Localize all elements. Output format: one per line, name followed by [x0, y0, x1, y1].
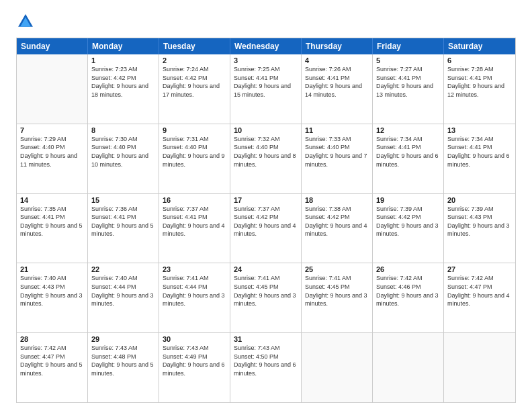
cal-cell: 8Sunrise: 7:30 AMSunset: 4:40 PMDaylight… — [88, 124, 159, 193]
day-info: Sunrise: 7:37 AMSunset: 4:42 PMDaylight:… — [234, 205, 298, 238]
cal-cell: 31Sunrise: 7:43 AMSunset: 4:50 PMDayligh… — [230, 333, 302, 402]
day-info: Sunrise: 7:30 AMSunset: 4:40 PMDaylight:… — [91, 135, 155, 169]
cal-week-4: 21Sunrise: 7:40 AMSunset: 4:43 PMDayligh… — [17, 263, 515, 333]
day-info: Sunrise: 7:33 AMSunset: 4:40 PMDaylight:… — [305, 135, 369, 169]
cal-cell: 7Sunrise: 7:29 AMSunset: 4:40 PMDaylight… — [17, 124, 88, 193]
day-info: Sunrise: 7:42 AMSunset: 4:46 PMDaylight:… — [376, 274, 440, 308]
day-number: 15 — [91, 196, 155, 204]
page: SundayMondayTuesdayWednesdayThursdayFrid… — [0, 0, 532, 411]
cal-cell: 1Sunrise: 7:23 AMSunset: 4:42 PMDaylight… — [88, 54, 159, 124]
cal-cell: 18Sunrise: 7:38 AMSunset: 4:42 PMDayligh… — [302, 194, 373, 263]
cal-cell: 2Sunrise: 7:24 AMSunset: 4:42 PMDaylight… — [159, 54, 230, 124]
cal-cell: 15Sunrise: 7:36 AMSunset: 4:41 PMDayligh… — [88, 194, 159, 263]
day-info: Sunrise: 7:43 AMSunset: 4:50 PMDaylight:… — [234, 344, 298, 377]
cal-header-saturday: Saturday — [444, 38, 515, 54]
day-number: 4 — [305, 56, 369, 64]
cal-week-1: 1Sunrise: 7:23 AMSunset: 4:42 PMDaylight… — [17, 54, 515, 124]
cal-cell — [373, 333, 444, 402]
calendar-header-row: SundayMondayTuesdayWednesdayThursdayFrid… — [17, 38, 515, 54]
day-info: Sunrise: 7:35 AMSunset: 4:41 PMDaylight:… — [20, 205, 84, 238]
header — [16, 12, 516, 31]
cal-cell: 22Sunrise: 7:40 AMSunset: 4:44 PMDayligh… — [88, 263, 159, 332]
cal-cell: 3Sunrise: 7:25 AMSunset: 4:41 PMDaylight… — [230, 54, 302, 124]
day-number: 27 — [447, 265, 512, 273]
cal-header-wednesday: Wednesday — [230, 38, 302, 54]
logo-icon — [16, 12, 35, 31]
day-info: Sunrise: 7:36 AMSunset: 4:41 PMDaylight:… — [91, 205, 155, 238]
calendar: SundayMondayTuesdayWednesdayThursdayFrid… — [16, 38, 516, 403]
day-info: Sunrise: 7:23 AMSunset: 4:42 PMDaylight:… — [91, 65, 155, 99]
cal-header-thursday: Thursday — [302, 38, 373, 54]
cal-cell: 27Sunrise: 7:42 AMSunset: 4:47 PMDayligh… — [444, 263, 515, 332]
day-number: 18 — [305, 196, 369, 204]
cal-header-sunday: Sunday — [17, 38, 88, 54]
day-number: 22 — [91, 265, 155, 273]
cal-header-tuesday: Tuesday — [159, 38, 230, 54]
day-number: 28 — [20, 335, 84, 343]
day-info: Sunrise: 7:41 AMSunset: 4:45 PMDaylight:… — [234, 274, 298, 308]
day-number: 12 — [376, 126, 440, 134]
cal-cell: 10Sunrise: 7:32 AMSunset: 4:40 PMDayligh… — [230, 124, 302, 193]
day-info: Sunrise: 7:26 AMSunset: 4:41 PMDaylight:… — [305, 65, 369, 99]
day-number: 7 — [20, 126, 84, 134]
day-info: Sunrise: 7:39 AMSunset: 4:42 PMDaylight:… — [376, 205, 440, 238]
day-number: 1 — [91, 56, 155, 64]
day-info: Sunrise: 7:38 AMSunset: 4:42 PMDaylight:… — [305, 205, 369, 238]
cal-header-monday: Monday — [88, 38, 159, 54]
day-info: Sunrise: 7:43 AMSunset: 4:48 PMDaylight:… — [91, 344, 155, 377]
day-info: Sunrise: 7:42 AMSunset: 4:47 PMDaylight:… — [20, 344, 84, 377]
day-info: Sunrise: 7:34 AMSunset: 4:41 PMDaylight:… — [447, 135, 512, 169]
cal-cell: 30Sunrise: 7:43 AMSunset: 4:49 PMDayligh… — [159, 333, 230, 402]
cal-cell — [444, 333, 515, 402]
cal-cell: 25Sunrise: 7:41 AMSunset: 4:45 PMDayligh… — [302, 263, 373, 332]
day-number: 29 — [91, 335, 155, 343]
day-number: 24 — [234, 265, 298, 273]
cal-week-5: 28Sunrise: 7:42 AMSunset: 4:47 PMDayligh… — [17, 333, 515, 402]
day-number: 2 — [163, 56, 226, 64]
day-info: Sunrise: 7:43 AMSunset: 4:49 PMDaylight:… — [163, 344, 226, 377]
day-info: Sunrise: 7:41 AMSunset: 4:44 PMDaylight:… — [163, 274, 226, 308]
cal-cell: 19Sunrise: 7:39 AMSunset: 4:42 PMDayligh… — [373, 194, 444, 263]
day-number: 25 — [305, 265, 369, 273]
cal-cell: 11Sunrise: 7:33 AMSunset: 4:40 PMDayligh… — [302, 124, 373, 193]
cal-cell: 6Sunrise: 7:28 AMSunset: 4:41 PMDaylight… — [444, 54, 515, 124]
day-number: 30 — [163, 335, 226, 343]
day-number: 3 — [234, 56, 298, 64]
day-info: Sunrise: 7:37 AMSunset: 4:41 PMDaylight:… — [163, 205, 226, 238]
day-number: 23 — [163, 265, 226, 273]
day-info: Sunrise: 7:40 AMSunset: 4:43 PMDaylight:… — [20, 274, 84, 308]
day-number: 13 — [447, 126, 512, 134]
day-info: Sunrise: 7:34 AMSunset: 4:41 PMDaylight:… — [376, 135, 440, 169]
cal-cell: 17Sunrise: 7:37 AMSunset: 4:42 PMDayligh… — [230, 194, 302, 263]
day-number: 9 — [163, 126, 226, 134]
day-info: Sunrise: 7:24 AMSunset: 4:42 PMDaylight:… — [163, 65, 226, 99]
day-number: 21 — [20, 265, 84, 273]
cal-cell: 20Sunrise: 7:39 AMSunset: 4:43 PMDayligh… — [444, 194, 515, 263]
cal-cell — [17, 54, 88, 124]
day-info: Sunrise: 7:31 AMSunset: 4:40 PMDaylight:… — [163, 135, 226, 169]
cal-cell: 16Sunrise: 7:37 AMSunset: 4:41 PMDayligh… — [159, 194, 230, 263]
cal-cell: 13Sunrise: 7:34 AMSunset: 4:41 PMDayligh… — [444, 124, 515, 193]
cal-cell: 29Sunrise: 7:43 AMSunset: 4:48 PMDayligh… — [88, 333, 159, 402]
day-number: 10 — [234, 126, 298, 134]
day-info: Sunrise: 7:39 AMSunset: 4:43 PMDaylight:… — [447, 205, 512, 238]
day-number: 20 — [447, 196, 512, 204]
day-info: Sunrise: 7:40 AMSunset: 4:44 PMDaylight:… — [91, 274, 155, 308]
day-number: 31 — [234, 335, 298, 343]
cal-cell: 9Sunrise: 7:31 AMSunset: 4:40 PMDaylight… — [159, 124, 230, 193]
day-number: 14 — [20, 196, 84, 204]
cal-cell: 21Sunrise: 7:40 AMSunset: 4:43 PMDayligh… — [17, 263, 88, 332]
day-number: 26 — [376, 265, 440, 273]
cal-cell: 28Sunrise: 7:42 AMSunset: 4:47 PMDayligh… — [17, 333, 88, 402]
cal-cell: 12Sunrise: 7:34 AMSunset: 4:41 PMDayligh… — [373, 124, 444, 193]
day-number: 5 — [376, 56, 440, 64]
day-info: Sunrise: 7:25 AMSunset: 4:41 PMDaylight:… — [234, 65, 298, 99]
cal-week-2: 7Sunrise: 7:29 AMSunset: 4:40 PMDaylight… — [17, 124, 515, 194]
day-number: 8 — [91, 126, 155, 134]
cal-header-friday: Friday — [373, 38, 444, 54]
day-number: 16 — [163, 196, 226, 204]
day-number: 6 — [447, 56, 512, 64]
day-number: 11 — [305, 126, 369, 134]
cal-cell: 5Sunrise: 7:27 AMSunset: 4:41 PMDaylight… — [373, 54, 444, 124]
day-info: Sunrise: 7:32 AMSunset: 4:40 PMDaylight:… — [234, 135, 298, 169]
